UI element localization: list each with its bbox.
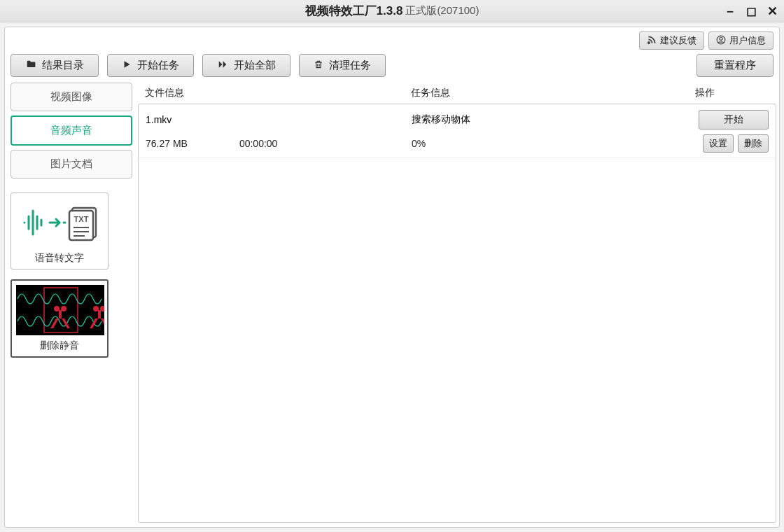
- fast-forward-icon: [217, 59, 228, 71]
- tab-video-image-label: 视频图像: [50, 90, 92, 102]
- header-task-info: 任务信息: [411, 87, 695, 99]
- tab-picture-doc-label: 图片文档: [50, 158, 92, 169]
- title-bar: 视频特效工厂1.3.8 正式版(207100) － ◻ ✕: [0, 0, 784, 22]
- clear-tasks-button[interactable]: 清理任务: [299, 54, 386, 77]
- task-duration: 00:00:00: [239, 138, 407, 149]
- content-area: 文件信息 任务信息 操作 1.mkv 搜索移动物体 开始: [138, 83, 779, 527]
- svg-point-0: [648, 41, 650, 43]
- trash-icon: [314, 59, 323, 71]
- tab-video-image[interactable]: 视频图像: [10, 83, 132, 111]
- body-outer: 建议反馈 用户信息 结果目录: [0, 22, 784, 532]
- minimize-button[interactable]: －: [724, 3, 736, 20]
- svg-rect-21: [98, 310, 101, 318]
- settings-row-button[interactable]: 设置: [703, 134, 734, 153]
- tool-remove-silence[interactable]: 删除静音: [10, 279, 108, 358]
- svg-text:TXT: TXT: [74, 215, 89, 223]
- close-button[interactable]: ✕: [766, 4, 778, 19]
- delete-row-button[interactable]: 删除: [738, 134, 769, 153]
- svg-point-2: [720, 37, 722, 40]
- start-row-label: 开始: [724, 113, 743, 125]
- app-window: 视频特效工厂1.3.8 正式版(207100) － ◻ ✕ 建议反馈: [0, 0, 784, 532]
- delete-row-label: 删除: [744, 138, 762, 148]
- reset-program-button[interactable]: 重置程序: [696, 54, 774, 77]
- remove-silence-icon: [16, 285, 104, 335]
- user-info-button[interactable]: 用户信息: [708, 31, 774, 50]
- toolbar: 结果目录 开始任务 开始全部: [5, 51, 779, 83]
- tab-audio-sound-label: 音频声音: [50, 124, 92, 136]
- start-all-button[interactable]: 开始全部: [202, 54, 290, 77]
- task-table: 1.mkv 搜索移动物体 开始 76.27 MB: [138, 104, 776, 523]
- feedback-label: 建议反馈: [660, 34, 696, 47]
- main-split: 视频图像 音频声音 图片文档: [5, 83, 779, 527]
- settings-row-label: 设置: [709, 138, 727, 148]
- top-actions: 建议反馈 用户信息: [5, 27, 779, 51]
- tool-remove-silence-label: 删除静音: [16, 338, 103, 354]
- tab-audio-sound[interactable]: 音频声音: [10, 115, 132, 146]
- sidebar: 视频图像 音频声音 图片文档: [5, 83, 138, 527]
- svg-point-17: [61, 306, 66, 312]
- app-title: 视频特效工厂1.3.8: [305, 3, 403, 19]
- table-row: 1.mkv 搜索移动物体 开始 76.27 MB: [139, 104, 776, 158]
- task-size: 76.27 MB: [146, 138, 237, 149]
- tab-picture-doc[interactable]: 图片文档: [10, 150, 132, 178]
- speech-to-text-icon: TXT: [15, 197, 104, 248]
- task-filename: 1.mkv: [146, 114, 412, 125]
- start-task-button[interactable]: 开始任务: [107, 54, 194, 77]
- start-row-button[interactable]: 开始: [699, 110, 769, 130]
- svg-rect-18: [59, 310, 62, 318]
- app-subtitle: 正式版(207100): [405, 4, 479, 18]
- table-header: 文件信息 任务信息 操作: [138, 83, 779, 104]
- feedback-button[interactable]: 建议反馈: [639, 31, 704, 50]
- header-ops: 操作: [695, 87, 772, 99]
- folder-icon: [25, 59, 36, 71]
- tool-speech-to-text[interactable]: TXT 语音转文字: [10, 192, 108, 270]
- user-icon: [716, 35, 726, 47]
- task-name: 搜索移动物体: [412, 113, 685, 126]
- svg-point-19: [93, 306, 99, 312]
- body-inner: 建议反馈 用户信息 结果目录: [4, 27, 780, 528]
- reset-program-label: 重置程序: [714, 59, 756, 72]
- result-dir-button[interactable]: 结果目录: [10, 54, 99, 77]
- task-progress: 0%: [412, 138, 685, 149]
- result-dir-label: 结果目录: [42, 59, 84, 72]
- maximize-button[interactable]: ◻: [745, 4, 757, 19]
- svg-point-16: [54, 306, 59, 312]
- start-all-label: 开始全部: [234, 59, 276, 72]
- header-file-info: 文件信息: [145, 87, 411, 99]
- start-task-label: 开始任务: [137, 59, 179, 72]
- rss-icon: [647, 35, 657, 47]
- tool-speech-to-text-label: 语音转文字: [15, 251, 104, 266]
- clear-tasks-label: 清理任务: [329, 59, 371, 72]
- play-icon: [122, 59, 132, 71]
- user-info-label: 用户信息: [729, 34, 766, 47]
- window-controls: － ◻ ✕: [724, 0, 778, 22]
